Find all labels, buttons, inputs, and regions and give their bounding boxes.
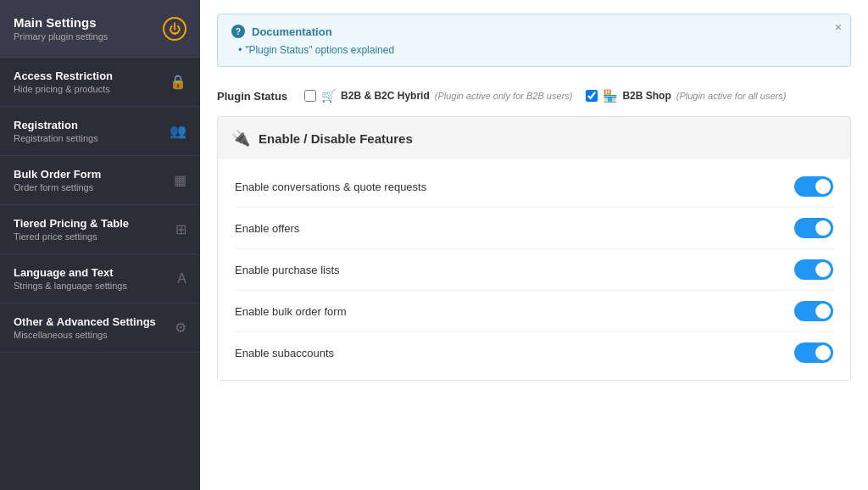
sidebar-subtitle: Primary plugin settings <box>14 31 108 42</box>
sidebar-item-subtitle-registration: Registration settings <box>14 133 98 143</box>
features-header: 🔌 Enable / Disable Features <box>218 117 850 159</box>
sidebar-header: Main Settings Primary plugin settings ⏻ <box>0 0 200 58</box>
toggle-purchase-lists[interactable] <box>794 259 833 280</box>
status-option-b2b-b2c: 🛒 B2B & B2C Hybrid (Plugin active only f… <box>304 89 572 103</box>
sidebar-item-text-access-restriction: Access Restriction Hide pricing & produc… <box>14 70 113 94</box>
b2b-b2c-checkbox[interactable] <box>304 90 316 102</box>
sidebar-item-subtitle-other-advanced: Miscellaneous settings <box>14 330 156 340</box>
sidebar-item-text-other-advanced: Other & Advanced Settings Miscellaneous … <box>14 315 156 340</box>
feature-label-bulk-order: Enable bulk order form <box>235 305 347 318</box>
sidebar-item-registration[interactable]: Registration Registration settings 👥 <box>0 107 200 156</box>
b2b-b2c-label: B2B & B2C Hybrid <box>341 90 430 102</box>
sidebar-item-icon-bulk-order-form: ▦ <box>174 172 186 188</box>
doc-links: "Plugin Status" options explained <box>231 43 837 56</box>
toggle-slider-conversations <box>794 176 833 197</box>
toggle-slider-bulk-order <box>794 301 833 321</box>
sidebar-item-other-advanced[interactable]: Other & Advanced Settings Miscellaneous … <box>0 303 200 353</box>
sidebar-item-subtitle-language-text: Strings & language settings <box>14 281 127 291</box>
sidebar-item-title-registration: Registration <box>14 119 98 131</box>
sidebar-item-subtitle-tiered-pricing: Tiered price settings <box>14 231 129 242</box>
doc-box-title: ? Documentation <box>231 25 837 38</box>
power-icon[interactable]: ⏻ <box>163 17 186 41</box>
toggle-offers[interactable] <box>794 218 833 238</box>
feature-label-purchase-lists: Enable purchase lists <box>235 264 340 276</box>
documentation-box: ? Documentation "Plugin Status" options … <box>217 14 851 67</box>
sidebar-item-title-language-text: Language and Text <box>14 266 127 279</box>
toggle-subaccounts[interactable] <box>794 342 833 363</box>
sidebar-item-text-tiered-pricing: Tiered Pricing & Table Tiered price sett… <box>14 217 129 242</box>
sidebar-item-subtitle-bulk-order-form: Order form settings <box>14 182 101 192</box>
sidebar-item-text-language-text: Language and Text Strings & language set… <box>14 266 127 291</box>
sidebar-item-text-bulk-order-form: Bulk Order Form Order form settings <box>14 168 101 192</box>
sidebar-item-icon-registration: 👥 <box>170 123 186 139</box>
sidebar: Main Settings Primary plugin settings ⏻ … <box>0 0 200 490</box>
features-title: Enable / Disable Features <box>259 131 413 146</box>
sidebar-item-access-restriction[interactable]: Access Restriction Hide pricing & produc… <box>0 58 200 107</box>
cart-icon-b2b-b2c: 🛒 <box>321 89 336 103</box>
sidebar-item-icon-access-restriction: 🔒 <box>170 74 186 90</box>
plugin-status-label: Plugin Status <box>217 90 287 103</box>
sidebar-item-title-tiered-pricing: Tiered Pricing & Table <box>14 217 129 230</box>
feature-label-subaccounts: Enable subaccounts <box>235 347 334 359</box>
doc-link-plugin-status[interactable]: "Plugin Status" options explained <box>245 44 394 56</box>
sidebar-item-subtitle-access-restriction: Hide pricing & products <box>14 84 113 94</box>
toggle-slider-purchase-lists <box>794 259 833 280</box>
toggle-conversations[interactable] <box>794 176 833 197</box>
feature-label-offers: Enable offers <box>235 222 299 235</box>
feature-label-conversations: Enable conversations & quote requests <box>235 181 426 193</box>
sidebar-item-title-access-restriction: Access Restriction <box>14 70 113 82</box>
sidebar-item-icon-other-advanced: ⚙ <box>175 320 186 336</box>
b2b-shop-desc: (Plugin active for all users) <box>676 91 787 101</box>
toggle-bulk-order[interactable] <box>794 301 833 321</box>
feature-row-subaccounts: Enable subaccounts <box>235 332 833 373</box>
sidebar-items: Access Restriction Hide pricing & produc… <box>0 58 200 353</box>
main-content: ? Documentation "Plugin Status" options … <box>200 0 868 490</box>
doc-title: Documentation <box>252 25 332 38</box>
feature-row-purchase-lists: Enable purchase lists <box>235 249 833 291</box>
b2b-shop-label: B2B Shop <box>622 90 670 102</box>
help-icon: ? <box>231 25 245 38</box>
toggle-slider-subaccounts <box>794 342 833 363</box>
sidebar-item-icon-language-text: A <box>177 271 186 287</box>
sidebar-item-language-text[interactable]: Language and Text Strings & language set… <box>0 254 200 303</box>
close-icon[interactable]: × <box>835 21 842 33</box>
sidebar-item-text-registration: Registration Registration settings <box>14 119 98 143</box>
plugin-status-row: Plugin Status 🛒 B2B & B2C Hybrid (Plugin… <box>217 81 851 116</box>
features-section: 🔌 Enable / Disable Features Enable conve… <box>217 116 851 381</box>
feature-row-conversations: Enable conversations & quote requests <box>235 166 833 208</box>
sidebar-item-tiered-pricing[interactable]: Tiered Pricing & Table Tiered price sett… <box>0 205 200 254</box>
toggle-slider-offers <box>794 218 833 238</box>
sidebar-item-icon-tiered-pricing: ⊞ <box>175 221 186 237</box>
cart-icon-b2b-shop: 🏪 <box>603 89 617 103</box>
feature-row-bulk-order: Enable bulk order form <box>235 291 833 332</box>
sidebar-item-title-other-advanced: Other & Advanced Settings <box>14 315 156 328</box>
features-body: Enable conversations & quote requests En… <box>218 159 850 380</box>
features-list: Enable conversations & quote requests En… <box>235 166 833 373</box>
sidebar-title: Main Settings <box>14 15 108 30</box>
b2b-b2c-desc: (Plugin active only for B2B users) <box>435 91 573 101</box>
sidebar-header-text: Main Settings Primary plugin settings <box>14 15 108 42</box>
plug-icon: 🔌 <box>231 129 250 148</box>
b2b-shop-checkbox[interactable] <box>586 90 598 102</box>
sidebar-item-bulk-order-form[interactable]: Bulk Order Form Order form settings ▦ <box>0 156 200 205</box>
feature-row-offers: Enable offers <box>235 208 833 249</box>
status-option-b2b-shop: 🏪 B2B Shop (Plugin active for all users) <box>586 89 786 103</box>
sidebar-item-title-bulk-order-form: Bulk Order Form <box>14 168 101 181</box>
